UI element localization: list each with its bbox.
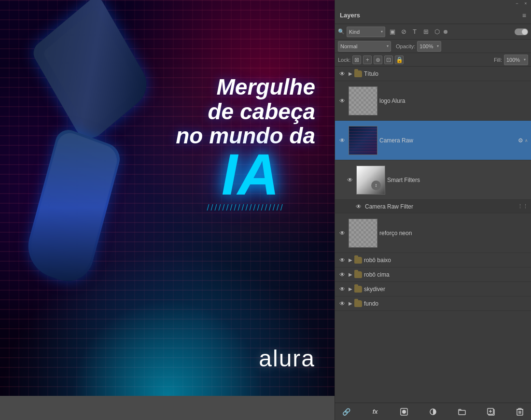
panel-title: Layers (340, 12, 360, 19)
visibility-icon-titulo[interactable]: 👁 (338, 70, 347, 77)
layers-list[interactable]: 👁 ▶ Título 👁 logo Alura 👁 Camera Raw ⚙ ∧… (335, 67, 531, 403)
thumb-smart-filters: ↕ (356, 166, 385, 195)
delete-layer-button[interactable] (514, 406, 526, 418)
svg-rect-3 (459, 410, 465, 415)
filter-shape-icon[interactable]: ⊞ (421, 28, 430, 36)
blend-mode-dropdown[interactable]: Normal ▾ (338, 41, 391, 52)
layer-name-logo-alura: logo Alura (379, 98, 528, 104)
layer-skydiver[interactable]: 👁 ▶ skydiver (335, 282, 531, 296)
fill-input[interactable]: 100% ▾ (504, 55, 528, 65)
filter-type-icon[interactable]: T (410, 28, 419, 36)
visibility-icon-smart-filters[interactable]: 👁 (346, 177, 354, 183)
panel-menu-icon[interactable]: ≡ (522, 12, 526, 19)
bottom-toolbar: 🔗 fx (335, 403, 531, 420)
canvas-area: Mergulhe de cabeça no mundo da IA //////… (0, 0, 335, 420)
camera-raw-expand-arrow[interactable]: ∧ (525, 138, 528, 143)
opacity-arrow: ▾ (437, 44, 439, 48)
layer-camera-raw[interactable]: 👁 Camera Raw ⚙ ∧ (335, 121, 531, 160)
layer-titulo[interactable]: 👁 ▶ Título (335, 67, 531, 81)
layer-robo-baixo[interactable]: 👁 ▶ robô baixo (335, 253, 531, 267)
layers-panel: − × Layers ≡ 🔍 Kind ▾ ▣ ⊘ T ⊞ ⬡ Normal ▾… (335, 0, 531, 420)
lock-artboard-button[interactable]: ⊡ (384, 56, 393, 64)
camera-raw-controls: ⚙ ∧ (518, 137, 528, 144)
layer-name-reforco-neon: reforço neon (379, 230, 528, 237)
layer-name-robo-cima: robô cima (364, 271, 528, 278)
filter-settings-icon[interactable]: ⋮⋮ (517, 203, 528, 210)
layer-reforco-neon[interactable]: 👁 reforço neon (335, 213, 531, 253)
poster-dashes: //////////////////// (176, 203, 315, 213)
visibility-icon-fundo[interactable]: 👁 (338, 300, 347, 307)
filter-row: 🔍 Kind ▾ ▣ ⊘ T ⊞ ⬡ (335, 24, 531, 40)
add-adjustment-button[interactable] (427, 406, 439, 418)
opacity-input[interactable]: 100% ▾ (417, 41, 441, 52)
visibility-icon-logo[interactable]: 👁 (338, 98, 347, 104)
layer-name-camera-raw-filter: Camera Raw Filter (365, 203, 516, 210)
layer-name-smart-filters: Smart Filters (387, 177, 528, 183)
blend-mode-arrow: ▾ (387, 44, 389, 48)
layer-fundo[interactable]: 👁 ▶ fundo (335, 296, 531, 311)
visibility-icon-camera-raw[interactable]: 👁 (338, 137, 347, 144)
lock-image-button[interactable]: + (363, 56, 372, 64)
folder-icon-titulo (354, 70, 362, 77)
filter-smart-icon[interactable]: ⬡ (433, 28, 441, 36)
blend-mode-row: Normal ▾ Opacity: 100% ▾ (335, 40, 531, 53)
expand-arrow-robo-cima[interactable]: ▶ (349, 272, 352, 277)
visibility-icon-robo-cima[interactable]: 👁 (338, 271, 347, 278)
poster-ia: IA (176, 148, 325, 200)
visibility-icon-skydiver[interactable]: 👁 (338, 286, 347, 293)
layer-name-titulo: Título (364, 70, 528, 77)
visibility-icon-robo-baixo[interactable]: 👁 (338, 257, 347, 264)
collapse-panel-button[interactable]: − (515, 1, 519, 6)
new-layer-button[interactable] (485, 406, 497, 418)
thumb-logo-alura (349, 86, 377, 115)
expand-arrow-fundo[interactable]: ▶ (349, 301, 352, 306)
filter-toggle[interactable] (515, 28, 528, 35)
thumb-camera-raw (349, 126, 377, 155)
panel-header: Layers ≡ (335, 7, 531, 24)
link-layers-button[interactable]: 🔗 (340, 406, 352, 418)
lock-label: Lock: (338, 57, 350, 63)
filter-pixel-icon[interactable]: ▣ (388, 28, 397, 36)
expand-arrow-robo-baixo[interactable]: ▶ (349, 257, 352, 263)
lock-row: Lock: ⊠ + ⊕ ⊡ 🔒 Fill: 100% ▾ (335, 53, 531, 67)
layer-logo-alura[interactable]: 👁 logo Alura (335, 81, 531, 121)
filter-icons-row: ▣ ⊘ T ⊞ ⬡ (388, 28, 447, 36)
expand-arrow-titulo[interactable]: ▶ (349, 71, 352, 76)
opacity-label: Opacity: (396, 43, 415, 49)
robot-top-figure (48, 14, 145, 135)
folder-icon-fundo (354, 300, 362, 307)
filter-adjustment-icon[interactable]: ⊘ (399, 28, 408, 36)
folder-icon-robo-cima (354, 271, 362, 278)
add-fx-button[interactable]: fx (369, 406, 381, 418)
camera-raw-settings-icon[interactable]: ⚙ (518, 137, 523, 144)
fill-label: Fill: (494, 57, 502, 63)
visibility-icon-reforco-neon[interactable]: 👁 (338, 230, 347, 237)
layer-robo-cima[interactable]: 👁 ▶ robô cima (335, 267, 531, 282)
lock-position-button[interactable]: ⊕ (374, 56, 382, 64)
kind-dropdown[interactable]: Kind ▾ (347, 27, 385, 37)
layer-name-skydiver: skydiver (364, 286, 528, 293)
search-icon: 🔍 (338, 28, 345, 35)
lock-all-button[interactable]: 🔒 (395, 56, 404, 64)
close-panel-button[interactable]: × (523, 1, 528, 6)
layer-smart-filters[interactable]: 👁 ↕ Smart Filters (335, 160, 531, 200)
expand-arrow-skydiver[interactable]: ▶ (349, 286, 352, 292)
layer-name-camera-raw: Camera Raw (379, 137, 516, 144)
poster-title: Mergulhe de cabeça no mundo da (176, 75, 315, 148)
folder-icon-robo-baixo (354, 257, 362, 264)
lock-transparent-button[interactable]: ⊠ (352, 56, 361, 64)
poster-text-block: Mergulhe de cabeça no mundo da IA //////… (176, 75, 315, 213)
svg-point-1 (402, 410, 406, 414)
panel-top-bar: − × (335, 0, 531, 7)
canvas-image: Mergulhe de cabeça no mundo da IA //////… (0, 0, 335, 396)
folder-icon-skydiver (354, 286, 362, 293)
filter-dot[interactable] (444, 30, 447, 34)
visibility-icon-camera-raw-filter[interactable]: 👁 (354, 203, 363, 210)
thumb-reforco-neon (349, 219, 377, 248)
layer-camera-raw-filter[interactable]: 👁 Camera Raw Filter ⋮⋮ (335, 200, 531, 213)
layer-name-robo-baixo: robô baixo (364, 257, 528, 264)
fill-arrow: ▾ (524, 57, 526, 62)
skydiver-figure (39, 135, 183, 328)
group-layers-button[interactable] (456, 406, 468, 418)
add-mask-button[interactable] (398, 406, 410, 418)
